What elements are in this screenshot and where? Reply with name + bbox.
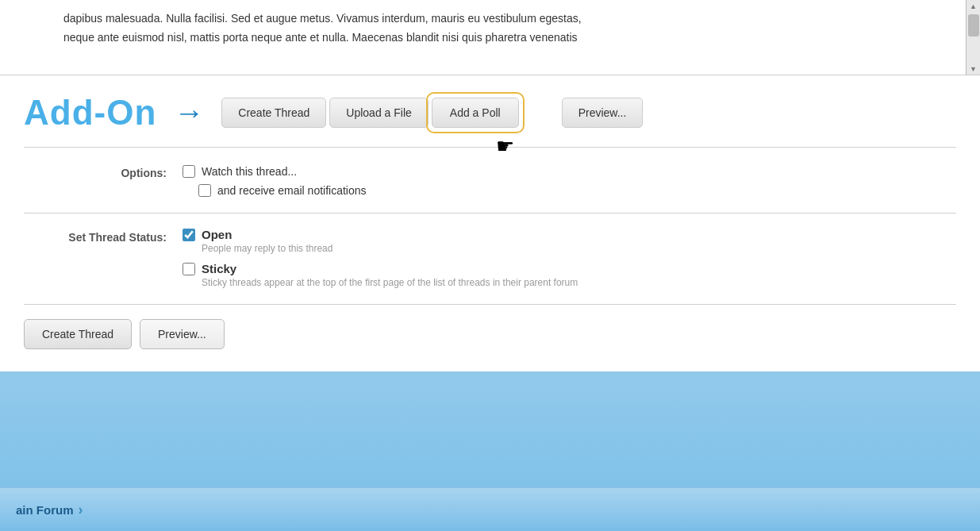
upload-file-button[interactable]: Upload a File <box>329 98 429 128</box>
open-checkbox[interactable] <box>183 229 195 241</box>
watch-thread-checkbox[interactable] <box>183 165 195 178</box>
watch-thread-label: Watch this thread... <box>202 165 297 178</box>
arrow-icon: → <box>174 96 204 130</box>
options-section: Options: Watch this thread... and receiv… <box>0 148 980 213</box>
thread-status-section: Set Thread Status: Open People may reply… <box>0 214 980 304</box>
addon-title: Add-On <box>24 93 156 133</box>
options-row: Options: Watch this thread... and receiv… <box>24 165 956 197</box>
top-text-line2: neque ante euismod nisl, mattis porta ne… <box>63 29 950 48</box>
create-thread-button[interactable]: Create Thread <box>221 98 326 128</box>
toolbar: Create Thread Upload a File Add a Poll ☛… <box>221 98 643 128</box>
sticky-checkbox[interactable] <box>183 263 195 275</box>
bottom-buttons: Create Thread Preview... <box>0 305 980 364</box>
scroll-up-arrow[interactable]: ▲ <box>967 0 980 13</box>
preview-bottom-button[interactable]: Preview... <box>140 319 225 349</box>
breadcrumb-arrow-icon: › <box>79 502 83 518</box>
receive-email-checkbox[interactable] <box>198 184 211 197</box>
header-row: Add-On → Create Thread Upload a File Add… <box>0 75 980 147</box>
thread-status-row: Set Thread Status: Open People may reply… <box>24 228 956 296</box>
open-label: Open <box>202 228 232 241</box>
add-poll-button[interactable]: Add a Poll <box>432 98 519 128</box>
footer-area: ain Forum › <box>0 487 980 531</box>
breadcrumb-main-forum[interactable]: ain Forum <box>16 503 74 517</box>
top-text-line1: dapibus malesuada. Nulla facilisi. Sed e… <box>63 10 950 29</box>
preview-top-button[interactable]: Preview... <box>562 98 644 128</box>
open-description: People may reply to this thread <box>202 243 578 254</box>
sticky-description: Sticky threads appear at the top of the … <box>202 277 578 288</box>
sticky-option: Sticky Sticky threads appear at the top … <box>183 262 578 288</box>
thread-status-label: Set Thread Status: <box>24 228 183 244</box>
scroll-down-arrow[interactable]: ▼ <box>967 63 980 75</box>
options-fields: Watch this thread... and receive email n… <box>183 165 367 197</box>
sticky-label: Sticky <box>202 262 236 275</box>
thread-status-options: Open People may reply to this thread Sti… <box>183 228 578 296</box>
options-label: Options: <box>24 165 183 179</box>
add-poll-wrapper: Add a Poll ☛ <box>432 98 519 128</box>
create-thread-bottom-button[interactable]: Create Thread <box>24 319 132 349</box>
receive-email-label: and receive email notifications <box>217 184 367 197</box>
open-option: Open People may reply to this thread <box>183 228 578 254</box>
